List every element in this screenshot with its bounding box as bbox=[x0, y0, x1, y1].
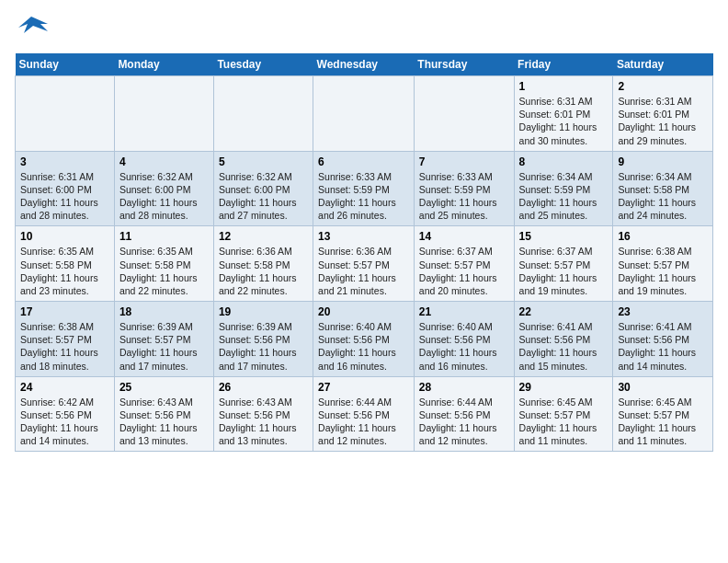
day-info: Sunrise: 6:33 AM Sunset: 5:59 PM Dayligh… bbox=[419, 170, 509, 223]
calendar-cell: 7Sunrise: 6:33 AM Sunset: 5:59 PM Daylig… bbox=[414, 151, 514, 226]
calendar-week-row: 3Sunrise: 6:31 AM Sunset: 6:00 PM Daylig… bbox=[16, 151, 713, 226]
day-info: Sunrise: 6:34 AM Sunset: 5:59 PM Dayligh… bbox=[519, 170, 609, 223]
day-info: Sunrise: 6:31 AM Sunset: 6:01 PM Dayligh… bbox=[618, 95, 708, 147]
calendar-cell: 14Sunrise: 6:37 AM Sunset: 5:57 PM Dayli… bbox=[414, 226, 514, 302]
calendar-cell: 23Sunrise: 6:41 AM Sunset: 5:56 PM Dayli… bbox=[613, 302, 713, 377]
calendar-cell: 2Sunrise: 6:31 AM Sunset: 6:01 PM Daylig… bbox=[613, 76, 713, 152]
day-number: 17 bbox=[20, 305, 109, 318]
day-number: 13 bbox=[318, 230, 409, 243]
weekday-header: Tuesday bbox=[213, 53, 313, 76]
day-number: 18 bbox=[119, 305, 209, 318]
calendar-cell: 9Sunrise: 6:34 AM Sunset: 5:58 PM Daylig… bbox=[613, 151, 713, 226]
day-info: Sunrise: 6:31 AM Sunset: 6:01 PM Dayligh… bbox=[519, 95, 609, 147]
calendar-cell: 18Sunrise: 6:39 AM Sunset: 5:57 PM Dayli… bbox=[114, 302, 213, 377]
calendar-cell: 27Sunrise: 6:44 AM Sunset: 5:56 PM Dayli… bbox=[313, 376, 415, 452]
calendar-cell bbox=[313, 76, 415, 152]
day-number: 2 bbox=[618, 80, 708, 93]
day-number: 6 bbox=[318, 155, 409, 168]
day-number: 4 bbox=[119, 155, 209, 168]
day-info: Sunrise: 6:43 AM Sunset: 5:56 PM Dayligh… bbox=[119, 396, 209, 448]
day-number: 8 bbox=[519, 155, 609, 168]
calendar-week-row: 17Sunrise: 6:38 AM Sunset: 5:57 PM Dayli… bbox=[16, 302, 713, 377]
day-number: 1 bbox=[519, 80, 609, 93]
calendar-cell: 11Sunrise: 6:35 AM Sunset: 5:58 PM Dayli… bbox=[114, 226, 213, 302]
calendar-week-row: 10Sunrise: 6:35 AM Sunset: 5:58 PM Dayli… bbox=[16, 226, 713, 302]
weekday-header: Wednesday bbox=[313, 53, 415, 76]
day-info: Sunrise: 6:38 AM Sunset: 5:57 PM Dayligh… bbox=[20, 320, 109, 373]
calendar-cell: 10Sunrise: 6:35 AM Sunset: 5:58 PM Dayli… bbox=[16, 226, 115, 302]
day-number: 16 bbox=[618, 230, 708, 243]
day-info: Sunrise: 6:38 AM Sunset: 5:57 PM Dayligh… bbox=[618, 245, 708, 297]
day-number: 26 bbox=[219, 381, 308, 394]
calendar-cell: 22Sunrise: 6:41 AM Sunset: 5:56 PM Dayli… bbox=[514, 302, 613, 377]
day-number: 24 bbox=[20, 381, 109, 394]
weekday-header: Monday bbox=[114, 53, 213, 76]
day-info: Sunrise: 6:32 AM Sunset: 6:00 PM Dayligh… bbox=[119, 170, 209, 223]
calendar-cell: 4Sunrise: 6:32 AM Sunset: 6:00 PM Daylig… bbox=[114, 151, 213, 226]
calendar-week-row: 1Sunrise: 6:31 AM Sunset: 6:01 PM Daylig… bbox=[16, 76, 713, 152]
calendar-cell: 13Sunrise: 6:36 AM Sunset: 5:57 PM Dayli… bbox=[313, 226, 415, 302]
day-info: Sunrise: 6:32 AM Sunset: 6:00 PM Dayligh… bbox=[219, 170, 308, 223]
day-info: Sunrise: 6:36 AM Sunset: 5:58 PM Dayligh… bbox=[219, 245, 308, 297]
day-info: Sunrise: 6:33 AM Sunset: 5:59 PM Dayligh… bbox=[318, 170, 409, 223]
day-number: 29 bbox=[519, 381, 609, 394]
calendar-cell: 17Sunrise: 6:38 AM Sunset: 5:57 PM Dayli… bbox=[16, 302, 115, 377]
day-number: 7 bbox=[419, 155, 509, 168]
weekday-header: Sunday bbox=[16, 53, 115, 76]
calendar-week-row: 24Sunrise: 6:42 AM Sunset: 5:56 PM Dayli… bbox=[16, 376, 713, 452]
day-number: 5 bbox=[219, 155, 308, 168]
day-number: 9 bbox=[618, 155, 708, 168]
calendar-cell: 1Sunrise: 6:31 AM Sunset: 6:01 PM Daylig… bbox=[514, 76, 613, 152]
day-info: Sunrise: 6:45 AM Sunset: 5:57 PM Dayligh… bbox=[618, 396, 708, 448]
calendar-cell: 26Sunrise: 6:43 AM Sunset: 5:56 PM Dayli… bbox=[213, 376, 313, 452]
day-info: Sunrise: 6:44 AM Sunset: 5:56 PM Dayligh… bbox=[318, 396, 409, 448]
calendar-cell bbox=[16, 76, 115, 152]
calendar-cell: 21Sunrise: 6:40 AM Sunset: 5:56 PM Dayli… bbox=[414, 302, 514, 377]
day-info: Sunrise: 6:42 AM Sunset: 5:56 PM Dayligh… bbox=[20, 396, 109, 448]
day-number: 20 bbox=[318, 305, 409, 318]
day-number: 23 bbox=[618, 305, 708, 318]
calendar-cell bbox=[114, 76, 213, 152]
day-info: Sunrise: 6:31 AM Sunset: 6:00 PM Dayligh… bbox=[20, 170, 109, 223]
day-number: 3 bbox=[20, 155, 109, 168]
calendar-cell: 20Sunrise: 6:40 AM Sunset: 5:56 PM Dayli… bbox=[313, 302, 415, 377]
calendar-cell: 25Sunrise: 6:43 AM Sunset: 5:56 PM Dayli… bbox=[114, 376, 213, 452]
day-number: 10 bbox=[20, 230, 109, 243]
calendar-cell: 15Sunrise: 6:37 AM Sunset: 5:57 PM Dayli… bbox=[514, 226, 613, 302]
day-info: Sunrise: 6:39 AM Sunset: 5:56 PM Dayligh… bbox=[219, 320, 308, 373]
day-info: Sunrise: 6:34 AM Sunset: 5:58 PM Dayligh… bbox=[618, 170, 708, 223]
calendar-cell bbox=[414, 76, 514, 152]
day-number: 30 bbox=[618, 381, 708, 394]
day-info: Sunrise: 6:36 AM Sunset: 5:57 PM Dayligh… bbox=[318, 245, 409, 297]
day-info: Sunrise: 6:45 AM Sunset: 5:57 PM Dayligh… bbox=[519, 396, 609, 448]
day-number: 14 bbox=[419, 230, 509, 243]
calendar-cell: 19Sunrise: 6:39 AM Sunset: 5:56 PM Dayli… bbox=[213, 302, 313, 377]
day-number: 21 bbox=[419, 305, 509, 318]
weekday-header: Friday bbox=[514, 53, 613, 76]
day-info: Sunrise: 6:37 AM Sunset: 5:57 PM Dayligh… bbox=[519, 245, 609, 297]
day-info: Sunrise: 6:35 AM Sunset: 5:58 PM Dayligh… bbox=[20, 245, 109, 297]
calendar-cell: 6Sunrise: 6:33 AM Sunset: 5:59 PM Daylig… bbox=[313, 151, 415, 226]
day-number: 22 bbox=[519, 305, 609, 318]
calendar-cell: 3Sunrise: 6:31 AM Sunset: 6:00 PM Daylig… bbox=[16, 151, 115, 226]
logo-icon bbox=[15, 15, 48, 42]
day-info: Sunrise: 6:41 AM Sunset: 5:56 PM Dayligh… bbox=[618, 320, 708, 373]
calendar-cell: 8Sunrise: 6:34 AM Sunset: 5:59 PM Daylig… bbox=[514, 151, 613, 226]
weekday-header: Thursday bbox=[414, 53, 514, 76]
page-header bbox=[15, 15, 713, 42]
day-info: Sunrise: 6:41 AM Sunset: 5:56 PM Dayligh… bbox=[519, 320, 609, 373]
day-number: 28 bbox=[419, 381, 509, 394]
day-number: 19 bbox=[219, 305, 308, 318]
day-info: Sunrise: 6:37 AM Sunset: 5:57 PM Dayligh… bbox=[419, 245, 509, 297]
calendar-cell: 29Sunrise: 6:45 AM Sunset: 5:57 PM Dayli… bbox=[514, 376, 613, 452]
day-number: 27 bbox=[318, 381, 409, 394]
calendar-cell: 30Sunrise: 6:45 AM Sunset: 5:57 PM Dayli… bbox=[613, 376, 713, 452]
day-info: Sunrise: 6:43 AM Sunset: 5:56 PM Dayligh… bbox=[219, 396, 308, 448]
svg-marker-0 bbox=[18, 17, 48, 33]
calendar-cell: 24Sunrise: 6:42 AM Sunset: 5:56 PM Dayli… bbox=[16, 376, 115, 452]
calendar-cell: 12Sunrise: 6:36 AM Sunset: 5:58 PM Dayli… bbox=[213, 226, 313, 302]
calendar-cell: 16Sunrise: 6:38 AM Sunset: 5:57 PM Dayli… bbox=[613, 226, 713, 302]
day-number: 11 bbox=[119, 230, 209, 243]
day-number: 12 bbox=[219, 230, 308, 243]
calendar-table: SundayMondayTuesdayWednesdayThursdayFrid… bbox=[15, 53, 713, 452]
